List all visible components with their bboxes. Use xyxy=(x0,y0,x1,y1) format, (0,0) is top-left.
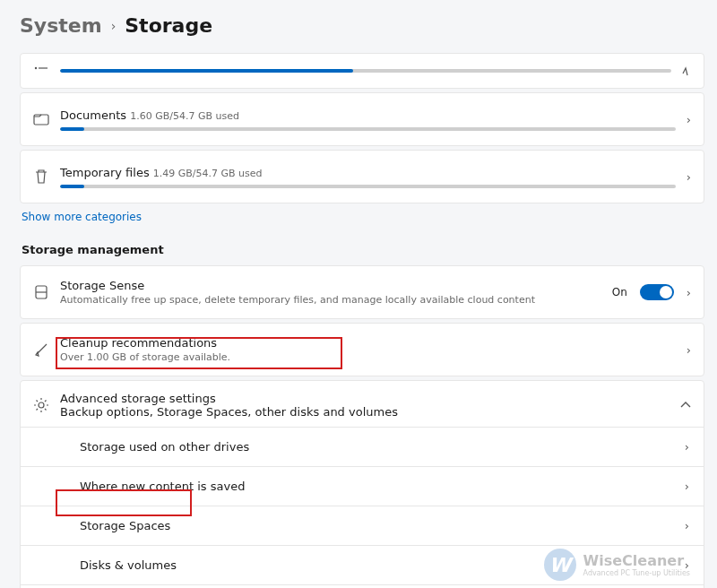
usage-bar xyxy=(60,185,676,188)
usage-bar xyxy=(60,127,676,131)
chevron-right-icon: › xyxy=(687,113,691,126)
row-subtitle: Over 1.00 GB of storage available. xyxy=(60,351,676,363)
subrow-storage-spaces[interactable]: Storage Spaces › xyxy=(21,506,704,545)
row-subtitle: Automatically free up space, delete temp… xyxy=(60,294,601,306)
subrow-label: Storage Spaces xyxy=(80,519,170,532)
storage-category-partial[interactable] xyxy=(20,53,704,89)
svg-point-0 xyxy=(35,67,37,69)
storage-category-temporary[interactable]: Temporary files 1.49 GB/54.7 GB used › xyxy=(20,150,704,203)
subrow-storage-other-drives[interactable]: Storage used on other drives › xyxy=(21,427,704,466)
row-subtitle: Backup options, Storage Spaces, other di… xyxy=(60,405,669,419)
category-title: Temporary files xyxy=(60,166,150,179)
subrow-where-new-content[interactable]: Where new content is saved › xyxy=(21,466,704,506)
storage-sense-row[interactable]: Storage Sense Automatically free up spac… xyxy=(20,265,704,319)
subrow-label: Disks & volumes xyxy=(80,558,177,572)
subrow-label: Storage used on other drives xyxy=(80,440,249,454)
trash-icon xyxy=(33,169,49,185)
breadcrumb: System › Storage xyxy=(20,14,704,37)
row-title: Advanced storage settings xyxy=(60,392,669,405)
advanced-sublist: Storage used on other drives › Where new… xyxy=(20,427,704,588)
usage-bar-fill xyxy=(60,127,84,131)
toggle-state-label: On xyxy=(612,286,627,298)
usage-bar-fill xyxy=(60,69,353,73)
chevron-right-icon: › xyxy=(687,286,691,299)
chevron-right-icon: › xyxy=(111,19,117,33)
gear-icon xyxy=(33,397,49,413)
chevron-right-icon xyxy=(682,60,691,76)
category-title: Documents xyxy=(60,108,126,122)
show-more-link[interactable]: Show more categories xyxy=(20,207,142,238)
broom-icon xyxy=(33,342,49,358)
advanced-storage-settings-row[interactable]: Advanced storage settings Backup options… xyxy=(20,380,704,430)
category-usage-text: 1.49 GB/54.7 GB used xyxy=(153,168,263,179)
storage-sense-icon xyxy=(33,284,49,300)
page-title: Storage xyxy=(125,14,212,37)
category-usage-text: 1.60 GB/54.7 GB used xyxy=(130,110,239,122)
section-title-storage-management: Storage management xyxy=(22,243,704,256)
row-title: Storage Sense xyxy=(60,279,601,292)
usage-bar xyxy=(60,69,671,73)
subrow-disks-volumes[interactable]: Disks & volumes › xyxy=(21,545,704,584)
row-title: Cleanup recommendations xyxy=(60,336,676,350)
chevron-up-icon xyxy=(680,402,691,409)
subrow-backup-options[interactable]: Backup options › xyxy=(21,584,704,588)
chevron-right-icon: › xyxy=(685,480,689,493)
storage-category-documents[interactable]: Documents 1.60 GB/54.7 GB used › xyxy=(20,92,704,146)
usage-bar-fill xyxy=(60,185,84,188)
cleanup-recommendations-row[interactable]: Cleanup recommendations Over 1.00 GB of … xyxy=(20,323,704,376)
chevron-right-icon: › xyxy=(685,558,689,572)
folder-icon xyxy=(33,112,49,126)
breadcrumb-parent[interactable]: System xyxy=(20,14,102,37)
chevron-right-icon: › xyxy=(685,440,689,454)
chevron-right-icon: › xyxy=(687,170,691,184)
subrow-label: Where new content is saved xyxy=(80,480,245,493)
svg-point-5 xyxy=(39,402,44,408)
svg-rect-1 xyxy=(39,67,48,68)
storage-sense-toggle[interactable] xyxy=(640,284,674,300)
category-icon xyxy=(33,64,49,73)
chevron-right-icon: › xyxy=(687,343,691,357)
chevron-right-icon: › xyxy=(685,519,689,532)
